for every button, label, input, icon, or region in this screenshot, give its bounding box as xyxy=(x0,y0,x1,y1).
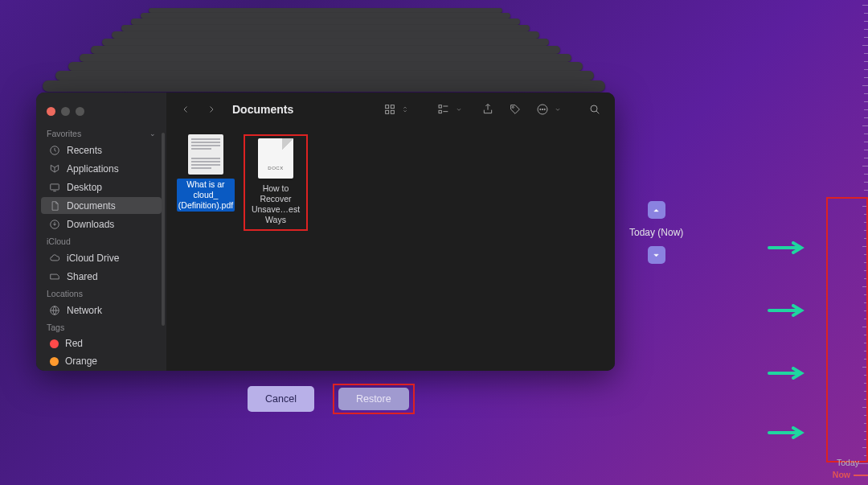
toolbar: Documents xyxy=(166,92,615,126)
sidebar-item-documents[interactable]: Documents xyxy=(41,197,162,214)
svg-point-12 xyxy=(540,109,541,109)
sidebar-item-network[interactable]: Network xyxy=(41,302,162,319)
svg-point-14 xyxy=(544,109,545,109)
annotation-arrow-icon xyxy=(768,241,808,254)
close-button[interactable] xyxy=(47,107,55,116)
svg-rect-4 xyxy=(386,105,389,109)
sidebar-item-label: Desktop xyxy=(67,182,102,193)
sidebar-item-label: Network xyxy=(67,305,102,316)
file-item[interactable]: What is ar cloud_(Definition).pdf xyxy=(178,134,234,212)
shared-icon xyxy=(48,270,60,282)
time-machine-down-button[interactable] xyxy=(648,246,665,264)
sidebar-item-downloads[interactable]: Downloads xyxy=(41,216,162,232)
svg-rect-8 xyxy=(439,105,441,108)
chevron-down-icon xyxy=(554,101,562,118)
annotation-arrow-icon xyxy=(768,367,808,380)
document-icon xyxy=(48,199,60,212)
chevron-down-icon[interactable]: ⌄ xyxy=(149,129,156,138)
grid-view-icon xyxy=(381,101,399,118)
sidebar-item-label: iCloud Drive xyxy=(67,253,119,264)
tag-orange-icon xyxy=(50,357,59,366)
back-button[interactable] xyxy=(178,101,194,117)
time-machine-label: Today (Now) xyxy=(629,227,683,238)
search-button[interactable] xyxy=(586,101,604,118)
tag-red-icon xyxy=(50,339,59,348)
docx-file-icon: DOCX xyxy=(258,138,293,179)
clock-icon xyxy=(48,144,60,156)
file-grid: What is ar cloud_(Definition).pdf DOCX H… xyxy=(166,126,615,371)
timeline-now-marker xyxy=(854,475,868,476)
sidebar-tag-red[interactable]: Red xyxy=(41,335,162,351)
share-button[interactable] xyxy=(479,101,497,118)
main-pane: Documents xyxy=(166,92,615,371)
sidebar-section-icloud: iCloud xyxy=(36,233,166,249)
svg-rect-6 xyxy=(386,110,389,113)
pdf-file-icon xyxy=(188,134,223,175)
sidebar-section-tags: Tags xyxy=(36,319,166,335)
desktop-icon xyxy=(48,181,60,193)
sidebar: Favorites ⌄ Recents Applications Desktop… xyxy=(36,92,166,371)
sidebar-item-label: Downloads xyxy=(67,219,114,230)
svg-rect-9 xyxy=(439,110,441,113)
svg-point-10 xyxy=(512,106,514,108)
more-icon xyxy=(534,101,551,118)
svg-rect-7 xyxy=(391,110,394,113)
chevron-updown-icon xyxy=(401,101,409,118)
window-title: Documents xyxy=(232,103,293,116)
view-mode-button[interactable] xyxy=(381,101,409,118)
apps-icon xyxy=(48,162,60,175)
time-machine-up-button[interactable] xyxy=(648,201,665,219)
cancel-button[interactable]: Cancel xyxy=(248,386,314,412)
download-icon xyxy=(48,218,60,230)
timeline-now-label: Now xyxy=(833,470,850,479)
sidebar-item-label: Red xyxy=(65,338,83,349)
traffic-lights xyxy=(36,99,166,125)
sidebar-section-locations: Locations xyxy=(36,286,166,301)
file-item[interactable]: DOCX How to RecoverUnsave…est Ways xyxy=(248,138,304,227)
tag-button[interactable] xyxy=(506,101,524,118)
chevron-down-icon xyxy=(455,101,463,118)
action-button[interactable] xyxy=(534,101,562,118)
minimize-button[interactable] xyxy=(61,107,70,116)
svg-point-15 xyxy=(591,105,597,112)
sidebar-scrollbar[interactable] xyxy=(162,133,165,326)
sidebar-item-icloud-drive[interactable]: iCloud Drive xyxy=(41,249,162,266)
sidebar-item-label: Orange xyxy=(65,356,97,367)
highlight-box xyxy=(826,197,868,462)
network-icon xyxy=(48,304,60,316)
svg-rect-1 xyxy=(50,183,59,189)
forward-button[interactable] xyxy=(203,101,219,117)
svg-point-13 xyxy=(542,109,542,109)
sidebar-item-desktop[interactable]: Desktop xyxy=(41,179,162,195)
svg-rect-5 xyxy=(391,105,394,109)
group-icon xyxy=(435,101,452,118)
restore-button[interactable]: Restore xyxy=(338,388,409,410)
sidebar-item-applications[interactable]: Applications xyxy=(41,160,162,177)
sidebar-item-shared[interactable]: Shared xyxy=(41,268,162,285)
cloud-icon xyxy=(48,252,60,264)
finder-window: Favorites ⌄ Recents Applications Desktop… xyxy=(36,92,615,371)
annotation-arrow-icon xyxy=(768,426,808,439)
highlight-box: DOCX How to RecoverUnsave…est Ways xyxy=(244,134,308,231)
group-button[interactable] xyxy=(435,101,463,118)
highlight-box: Restore xyxy=(333,384,415,414)
zoom-button[interactable] xyxy=(76,107,84,116)
time-machine-nav: Today (Now) xyxy=(629,201,683,264)
sidebar-item-label: Recents xyxy=(67,145,102,156)
sidebar-item-recents[interactable]: Recents xyxy=(41,142,162,158)
annotation-arrow-icon xyxy=(768,304,808,317)
bottom-button-bar: Cancel Restore xyxy=(248,386,411,412)
file-name: How to RecoverUnsave…est Ways xyxy=(248,183,304,227)
sidebar-tag-orange[interactable]: Orange xyxy=(41,353,162,369)
timeline-today-label: Today xyxy=(837,458,859,467)
sidebar-item-label: Applications xyxy=(67,163,119,175)
sidebar-section-favorites: Favorites ⌄ xyxy=(36,125,166,141)
sidebar-item-label: Documents xyxy=(67,200,116,212)
file-name: What is ar cloud_(Definition).pdf xyxy=(177,179,235,212)
sidebar-item-label: Shared xyxy=(67,271,98,282)
